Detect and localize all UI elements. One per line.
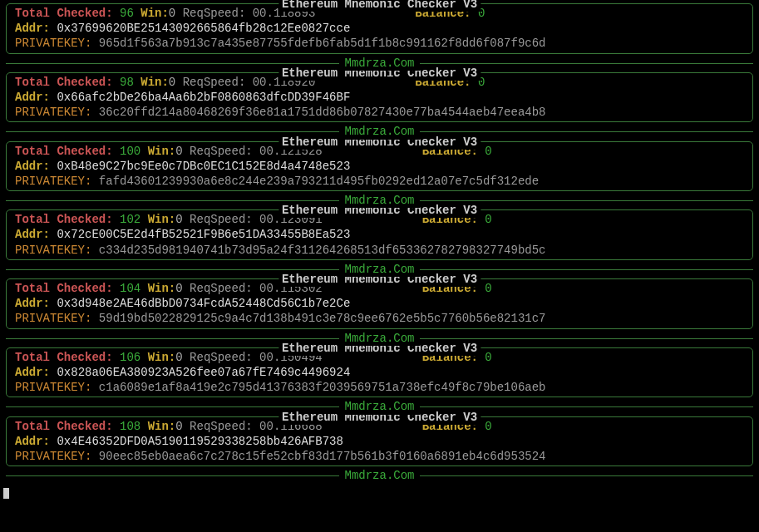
- block-footer: Mmdrza.Com: [6, 124, 753, 139]
- value-balance: 0: [485, 282, 491, 295]
- value-win: 0: [169, 76, 175, 89]
- label-win: Win:: [148, 351, 176, 364]
- label-privatekey: PRIVATEKEY:: [15, 37, 99, 50]
- value-privatekey: 36c20ffd214a80468269f36e81a1751dd86b0782…: [99, 106, 546, 119]
- label-addr: Addr:: [15, 297, 57, 310]
- value-win: 0: [175, 145, 182, 158]
- checker-block: Ethereum Mnemonic Checker V3Total Checke…: [6, 141, 753, 192]
- value-total-checked: 96: [120, 7, 134, 20]
- value-addr: 0x72cE00C5E2d4fB52521F9B6e51DA33455B8Ea5…: [57, 228, 350, 241]
- block-title-text: Ethereum Mnemonic Checker V3: [282, 0, 477, 11]
- label-privatekey: PRIVATEKEY:: [15, 106, 99, 119]
- label-reqspeed: ReqSpeed:: [190, 420, 259, 433]
- footer-text: Mmdrza.Com: [339, 56, 419, 71]
- label-win: Win:: [140, 76, 169, 89]
- value-win: 0: [175, 420, 182, 433]
- value-balance: 0: [485, 420, 491, 433]
- label-addr: Addr:: [15, 91, 57, 104]
- label-reqspeed: ReqSpeed:: [190, 282, 259, 295]
- label-addr: Addr:: [15, 22, 57, 35]
- privatekey-line: PRIVATEKEY: 90eec85eb0aea6c7c278c15fe52c…: [15, 449, 744, 464]
- value-win: 0: [175, 282, 182, 295]
- label-total-checked: Total Checked:: [15, 351, 120, 364]
- value-balance: 0: [485, 213, 491, 226]
- value-privatekey: c1a6089e1af8a419e2c795d41376383f20395697…: [99, 381, 546, 394]
- label-total-checked: Total Checked:: [15, 7, 120, 20]
- label-reqspeed: ReqSpeed:: [190, 145, 259, 158]
- label-win: Win:: [140, 7, 169, 20]
- label-reqspeed: ReqSpeed:: [190, 351, 259, 364]
- value-addr: 0x37699620BE25143092665864fb28c12Ee0827c…: [57, 22, 350, 35]
- block-title: Ethereum Mnemonic Checker V3: [278, 0, 481, 12]
- label-reqspeed: ReqSpeed:: [190, 213, 259, 226]
- label-privatekey: PRIVATEKEY:: [15, 450, 99, 463]
- value-addr: 0x4E46352DFD0A5190119529338258bb426AFB73…: [57, 435, 343, 448]
- privatekey-line: PRIVATEKEY: fafd43601239930a6e8c244e239a…: [15, 174, 744, 189]
- privatekey-line: PRIVATEKEY: c334d235d981940741b73d95a24f…: [15, 243, 744, 258]
- checker-block: Ethereum Mnemonic Checker V3Total Checke…: [6, 416, 753, 467]
- value-addr: 0x828a06EA380923A526fee07a67fE7469c44969…: [57, 366, 350, 379]
- block-footer: Mmdrza.Com: [6, 468, 753, 483]
- value-win: 0: [169, 7, 175, 20]
- footer-text: Mmdrza.Com: [339, 399, 419, 414]
- footer-text: Mmdrza.Com: [339, 193, 419, 208]
- label-reqspeed: ReqSpeed:: [183, 76, 253, 89]
- value-total-checked: 104: [120, 282, 140, 295]
- value-balance: 0: [485, 145, 491, 158]
- label-addr: Addr:: [15, 228, 57, 241]
- addr-line: Addr: 0x66afc2bDe26ba4Aa6b2bF0860863dfcD…: [15, 90, 744, 105]
- privatekey-line: PRIVATEKEY: 59d19bd5022829125c9a4c7d138b…: [15, 311, 744, 326]
- label-privatekey: PRIVATEKEY:: [15, 312, 99, 325]
- label-win: Win:: [148, 145, 176, 158]
- cursor: [3, 488, 9, 499]
- label-privatekey: PRIVATEKEY:: [15, 244, 99, 257]
- value-total-checked: 108: [120, 420, 140, 433]
- value-total-checked: 98: [120, 76, 134, 89]
- checker-block: Ethereum Mnemonic Checker V3Total Checke…: [6, 209, 753, 260]
- label-total-checked: Total Checked:: [15, 145, 120, 158]
- addr-line: Addr: 0xB48e9C27bc9Ee0c7DBc0EC1C152E8d4a…: [15, 159, 744, 174]
- label-reqspeed: ReqSpeed:: [183, 7, 253, 20]
- checker-block: Ethereum Mnemonic Checker V3Total Checke…: [6, 3, 753, 54]
- addr-line: Addr: 0x4E46352DFD0A5190119529338258bb42…: [15, 434, 744, 449]
- addr-line: Addr: 0x828a06EA380923A526fee07a67fE7469…: [15, 365, 744, 380]
- block-footer: Mmdrza.Com: [6, 399, 753, 414]
- footer-text: Mmdrza.Com: [339, 262, 419, 277]
- label-addr: Addr:: [15, 366, 57, 379]
- checker-block: Ethereum Mnemonic Checker V3Total Checke…: [6, 347, 753, 398]
- block-footer: Mmdrza.Com: [6, 56, 753, 71]
- label-total-checked: Total Checked:: [15, 76, 120, 89]
- terminal-output: Ethereum Mnemonic Checker V3Total Checke…: [2, 3, 757, 483]
- footer-text: Mmdrza.Com: [339, 331, 419, 346]
- value-addr: 0x66afc2bDe26ba4Aa6b2bF0860863dfcDD39F46…: [57, 91, 350, 104]
- privatekey-line: PRIVATEKEY: 36c20ffd214a80468269f36e81a1…: [15, 105, 744, 120]
- value-total-checked: 100: [120, 145, 140, 158]
- value-win: 0: [175, 213, 182, 226]
- label-total-checked: Total Checked:: [15, 282, 120, 295]
- label-addr: Addr:: [15, 435, 57, 448]
- value-total-checked: 102: [120, 213, 140, 226]
- checker-block: Ethereum Mnemonic Checker V3Total Checke…: [6, 278, 753, 329]
- addr-line: Addr: 0x72cE00C5E2d4fB52521F9B6e51DA3345…: [15, 227, 744, 242]
- label-addr: Addr:: [15, 160, 57, 173]
- addr-line: Addr: 0x37699620BE25143092665864fb28c12E…: [15, 21, 744, 36]
- block-footer: Mmdrza.Com: [6, 262, 753, 277]
- footer-text: Mmdrza.Com: [339, 124, 419, 139]
- footer-text: Mmdrza.Com: [339, 468, 419, 483]
- label-privatekey: PRIVATEKEY:: [15, 381, 99, 394]
- label-total-checked: Total Checked:: [15, 420, 120, 433]
- label-win: Win:: [148, 213, 176, 226]
- label-total-checked: Total Checked:: [15, 213, 120, 226]
- value-win: 0: [175, 351, 182, 364]
- value-privatekey: fafd43601239930a6e8c244e239a793211d495fb…: [99, 175, 539, 188]
- value-privatekey: 59d19bd5022829125c9a4c7d138b491c3e78c9ee…: [99, 312, 546, 325]
- block-footer: Mmdrza.Com: [6, 193, 753, 208]
- block-footer: Mmdrza.Com: [6, 331, 753, 346]
- value-addr: 0xB48e9C27bc9Ee0c7DBc0EC1C152E8d4a4748e5…: [57, 160, 350, 173]
- addr-line: Addr: 0x3d948e2AE46dBbD0734FcdA52448Cd56…: [15, 296, 744, 311]
- checker-block: Ethereum Mnemonic Checker V3Total Checke…: [6, 72, 753, 123]
- value-total-checked: 106: [120, 351, 140, 364]
- privatekey-line: PRIVATEKEY: c1a6089e1af8a419e2c795d41376…: [15, 380, 744, 395]
- privatekey-line: PRIVATEKEY: 965d1f563a7b913c7a435e87755f…: [15, 36, 744, 51]
- value-privatekey: 90eec85eb0aea6c7c278c15fe52cbf83d177b561…: [99, 450, 546, 463]
